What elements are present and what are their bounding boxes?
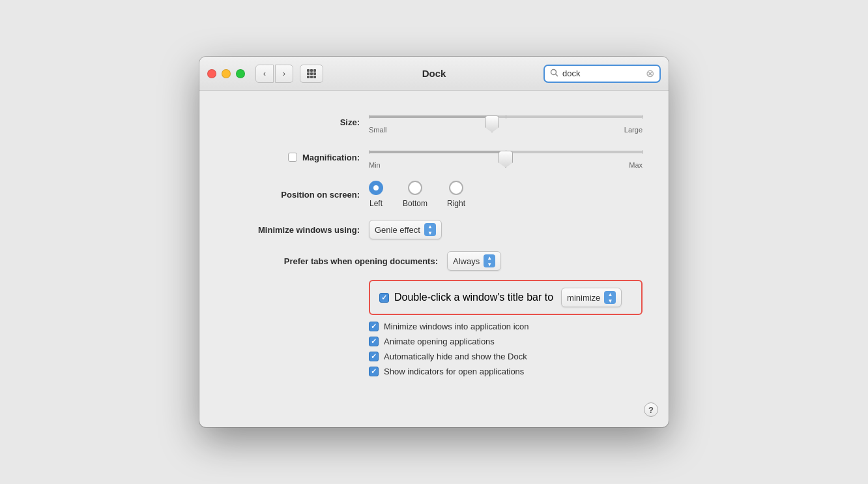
- search-clear-button[interactable]: ⊗: [646, 68, 654, 79]
- radio-right-circle[interactable]: [449, 181, 463, 195]
- magnification-slider-rail: [369, 151, 643, 153]
- svg-rect-2: [313, 69, 316, 72]
- position-label: Position on screen:: [225, 190, 369, 200]
- radio-left[interactable]: Left: [369, 181, 383, 208]
- svg-rect-0: [307, 69, 310, 72]
- checkbox-minimize-icon-label: Minimize windows into application icon: [384, 322, 529, 331]
- window: ‹ › Dock: [199, 57, 669, 427]
- double-click-label: Double-click a window's title bar to: [394, 292, 553, 303]
- nav-buttons: ‹ ›: [255, 65, 293, 83]
- checkbox-autohide-label: Automatically hide and show the Dock: [384, 352, 527, 361]
- checkbox-minimize-icon[interactable]: [369, 322, 379, 331]
- magnification-label: Magnification:: [302, 153, 360, 162]
- magnification-min-label: Min: [369, 161, 381, 169]
- highlight-box: Double-click a window's title bar to min…: [369, 280, 643, 315]
- minimize-select-arrows: ▲ ▼: [424, 223, 436, 236]
- double-click-checkbox[interactable]: [379, 293, 389, 303]
- svg-rect-4: [310, 72, 313, 75]
- prefer-tabs-row: Prefer tabs when opening documents: Alwa…: [225, 251, 643, 271]
- checkbox-autohide[interactable]: [369, 352, 379, 361]
- checkboxes-section: Minimize windows into application icon A…: [369, 322, 643, 376]
- radio-bottom[interactable]: Bottom: [403, 181, 427, 208]
- minimize-row: Minimize windows using: Genie effect ▲ ▼: [225, 220, 643, 239]
- radio-bottom-label: Bottom: [403, 199, 427, 208]
- checkbox-indicators-label: Show indicators for open applications: [384, 367, 524, 376]
- double-click-value: minimize: [567, 293, 600, 303]
- position-row: Position on screen: Left Bottom Right: [225, 181, 643, 208]
- radio-right-label: Right: [447, 199, 465, 208]
- double-click-arrows: ▲ ▼: [604, 291, 616, 304]
- search-icon: [550, 68, 558, 79]
- magnification-max-label: Max: [629, 161, 643, 169]
- window-title: Dock: [422, 68, 446, 79]
- minimize-select-value: Genie effect: [375, 225, 420, 235]
- checkbox-indicators[interactable]: [369, 367, 379, 376]
- search-input[interactable]: [562, 68, 642, 78]
- svg-rect-3: [307, 72, 310, 75]
- radio-group: Left Bottom Right: [369, 181, 465, 208]
- radio-right[interactable]: Right: [447, 181, 465, 208]
- size-large-label: Large: [624, 126, 643, 134]
- svg-rect-6: [307, 76, 310, 78]
- radio-bottom-circle[interactable]: [408, 181, 422, 195]
- magnification-label-col: Magnification:: [225, 153, 369, 162]
- svg-rect-8: [313, 76, 316, 78]
- minimize-label: Minimize windows using:: [225, 225, 369, 235]
- back-button[interactable]: ‹: [255, 65, 274, 83]
- content: Size: Small Large: [199, 91, 669, 401]
- radio-left-label: Left: [369, 199, 383, 208]
- prefer-tabs-arrows: ▲ ▼: [484, 254, 495, 267]
- magnification-row: Magnification: Min Max: [225, 145, 643, 169]
- svg-rect-1: [310, 69, 313, 72]
- size-slider-container: Small Large: [369, 110, 643, 134]
- magnification-checkbox[interactable]: [288, 153, 297, 162]
- minimize-select[interactable]: Genie effect ▲ ▼: [369, 220, 442, 239]
- checkbox-autohide-row: Automatically hide and show the Dock: [369, 352, 643, 361]
- content-wrapper: Size: Small Large: [199, 91, 669, 427]
- titlebar: ‹ › Dock: [199, 57, 669, 91]
- size-row: Size: Small Large: [225, 110, 643, 134]
- double-click-row: Double-click a window's title bar to min…: [379, 288, 632, 307]
- svg-point-9: [551, 69, 557, 74]
- svg-rect-5: [313, 72, 316, 75]
- magnification-slider-container: Min Max: [369, 145, 643, 169]
- close-button[interactable]: [207, 69, 216, 78]
- radio-left-circle[interactable]: [369, 181, 383, 195]
- maximize-button[interactable]: [236, 69, 245, 78]
- svg-rect-7: [310, 76, 313, 78]
- forward-button[interactable]: ›: [275, 65, 293, 83]
- size-slider-rail: [369, 115, 643, 118]
- double-click-select[interactable]: minimize ▲ ▼: [561, 288, 622, 307]
- prefer-tabs-label: Prefer tabs when opening documents:: [225, 256, 447, 266]
- traffic-lights: [207, 69, 245, 78]
- checkbox-animate-label: Animate opening applications: [384, 337, 495, 346]
- minimize-button[interactable]: [222, 69, 231, 78]
- help-button[interactable]: ?: [644, 402, 658, 417]
- magnification-slider-track[interactable]: [369, 145, 643, 159]
- size-slider-track[interactable]: [369, 110, 643, 123]
- checkbox-animate-row: Animate opening applications: [369, 337, 643, 346]
- size-label: Size:: [225, 117, 369, 127]
- grid-button[interactable]: [300, 65, 323, 83]
- prefer-tabs-select[interactable]: Always ▲ ▼: [447, 251, 501, 271]
- checkbox-animate[interactable]: [369, 337, 379, 346]
- checkbox-indicators-row: Show indicators for open applications: [369, 367, 643, 376]
- size-labels: Small Large: [369, 126, 643, 134]
- size-small-label: Small: [369, 126, 387, 134]
- svg-line-10: [556, 74, 558, 76]
- search-bar[interactable]: ⊗: [543, 65, 661, 83]
- prefer-tabs-value: Always: [453, 256, 480, 266]
- checkbox-minimize-icon-row: Minimize windows into application icon: [369, 322, 643, 331]
